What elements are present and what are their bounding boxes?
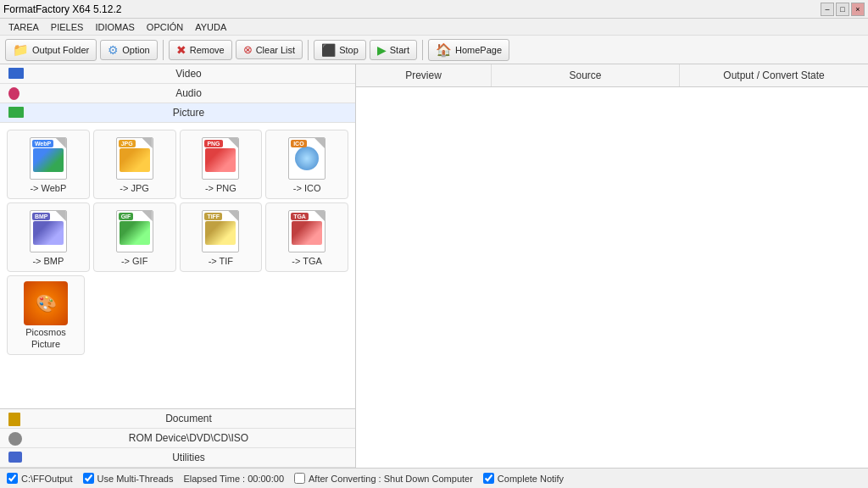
output-path: C:\FFOutput — [21, 474, 73, 484]
menu-opcion[interactable]: OPCIÓN — [142, 20, 188, 34]
close-button[interactable]: × — [851, 3, 865, 16]
picture-category-icon — [8, 107, 24, 119]
bottom-categories: Document ROM Device\DVD\CD\ISO Utilities — [0, 408, 355, 468]
format-ico[interactable]: ICO -> ICO — [265, 130, 348, 199]
col-preview: Preview — [356, 64, 492, 86]
option-label: Option — [122, 45, 149, 55]
rom-category-icon — [8, 432, 24, 444]
multi-threads-label: Use Multi-Threads — [97, 474, 174, 484]
document-category-label: Document — [31, 413, 347, 424]
homepage-label: HomePage — [455, 45, 502, 55]
format-jpg[interactable]: JPG -> JPG — [93, 130, 176, 199]
gif-badge: GIF — [119, 213, 134, 220]
picosmos-label1: Picosmos — [25, 327, 66, 337]
window-controls: – □ × — [821, 3, 865, 16]
png-badge: PNG — [204, 140, 222, 147]
tif-file-icon: TIFF — [202, 210, 239, 252]
utilities-category-label: Utilities — [31, 452, 347, 463]
output-folder-label: Output Folder — [32, 45, 89, 55]
category-video[interactable]: Video — [0, 64, 355, 84]
toolbar-separator-1 — [163, 40, 164, 60]
webp-badge: WebP — [32, 140, 53, 147]
tif-badge: TIFF — [204, 213, 222, 220]
video-category-icon — [8, 68, 24, 80]
title-bar: FormatFactory X64 5.12.2 – □ × — [0, 0, 868, 19]
audio-category-icon — [8, 87, 24, 99]
category-rom[interactable]: ROM Device\DVD\CD\ISO — [0, 429, 355, 448]
picosmos-icon: 🎨 — [24, 281, 68, 325]
right-panel: Preview Source Output / Convert State — [356, 64, 868, 468]
ico-label: -> ICO — [293, 183, 321, 193]
category-audio[interactable]: Audio — [0, 84, 355, 103]
tif-content — [205, 221, 236, 245]
png-icon-wrapper: PNG — [197, 136, 244, 181]
format-tif[interactable]: TIFF -> TIF — [180, 202, 263, 272]
path-item: C:\FFOutput — [7, 473, 73, 484]
category-document[interactable]: Document — [0, 409, 355, 429]
webp-icon-wrapper: WebP — [25, 136, 72, 181]
picosmos-label2: Picture — [31, 339, 60, 349]
start-button[interactable]: ▶ Start — [370, 40, 417, 60]
minimize-button[interactable]: – — [821, 3, 834, 16]
menu-tarea[interactable]: TAREA — [3, 20, 44, 34]
start-icon: ▶ — [377, 43, 387, 57]
bmp-badge: BMP — [32, 213, 51, 220]
homepage-button[interactable]: 🏠 HomePage — [428, 39, 509, 61]
tga-file-icon: TGA — [288, 210, 326, 252]
category-utilities[interactable]: Utilities — [0, 448, 355, 468]
gif-file-icon: GIF — [116, 210, 153, 252]
webp-label: -> WebP — [30, 183, 66, 193]
png-file-icon: PNG — [202, 137, 239, 180]
ico-icon-wrapper: ICO — [283, 136, 331, 181]
bmp-label: -> BMP — [32, 256, 64, 266]
audio-category-label: Audio — [31, 87, 347, 99]
start-label: Start — [390, 45, 409, 55]
output-folder-button[interactable]: 📁 Output Folder — [5, 39, 97, 61]
webp-content — [33, 148, 64, 172]
gif-label: -> GIF — [121, 256, 147, 266]
video-category-label: Video — [31, 68, 347, 80]
format-gif[interactable]: GIF -> GIF — [93, 202, 176, 272]
path-checkbox[interactable] — [7, 473, 18, 484]
left-panel: Video Audio Picture WebP — [0, 64, 356, 468]
right-header: Preview Source Output / Convert State — [356, 64, 868, 87]
folder-icon: 📁 — [13, 42, 29, 58]
format-tga[interactable]: TGA -> TGA — [265, 202, 348, 272]
jpg-badge: JPG — [119, 140, 136, 147]
menu-pieles[interactable]: PIELES — [46, 20, 89, 34]
option-button[interactable]: ⚙ Option — [100, 40, 157, 60]
option-icon: ⚙ — [108, 43, 119, 57]
format-picosmos[interactable]: 🎨 Picosmos Picture — [7, 275, 85, 355]
tga-label: -> TGA — [292, 256, 322, 266]
stop-button[interactable]: ⬛ Stop — [314, 40, 366, 60]
tif-label: -> TIF — [209, 256, 233, 266]
multi-threads-checkbox[interactable] — [83, 473, 94, 484]
remove-button[interactable]: ✖ Remove — [169, 40, 232, 60]
jpg-file-icon: JPG — [116, 137, 153, 180]
tif-icon-wrapper: TIFF — [197, 208, 244, 254]
toolbar-separator-3 — [422, 40, 423, 60]
remove-label: Remove — [190, 45, 225, 55]
bmp-icon-wrapper: BMP — [25, 208, 72, 254]
clear-list-button[interactable]: ⊗ Clear List — [236, 40, 303, 59]
menu-ayuda[interactable]: AYUDA — [190, 20, 231, 34]
notify-item: Complete Notify — [483, 473, 564, 484]
toolbar-separator-2 — [308, 40, 309, 60]
stop-icon: ⬛ — [321, 43, 336, 57]
notify-checkbox[interactable] — [483, 473, 494, 484]
tga-badge: TGA — [291, 213, 309, 220]
util-category-icon — [8, 452, 24, 463]
home-icon: 🏠 — [436, 42, 452, 58]
after-converting-checkbox[interactable] — [294, 473, 305, 484]
stop-label: Stop — [339, 45, 359, 55]
format-bmp[interactable]: BMP -> BMP — [7, 202, 90, 272]
format-webp[interactable]: WebP -> WebP — [7, 130, 90, 199]
maximize-button[interactable]: □ — [836, 3, 849, 16]
jpg-content — [120, 148, 150, 172]
menu-idiomas[interactable]: IDIOMAS — [90, 20, 139, 34]
format-png[interactable]: PNG -> PNG — [180, 130, 263, 199]
col-source: Source — [492, 64, 680, 86]
doc-category-icon — [8, 413, 24, 424]
category-picture[interactable]: Picture — [0, 103, 355, 123]
clear-icon: ⊗ — [243, 43, 253, 56]
